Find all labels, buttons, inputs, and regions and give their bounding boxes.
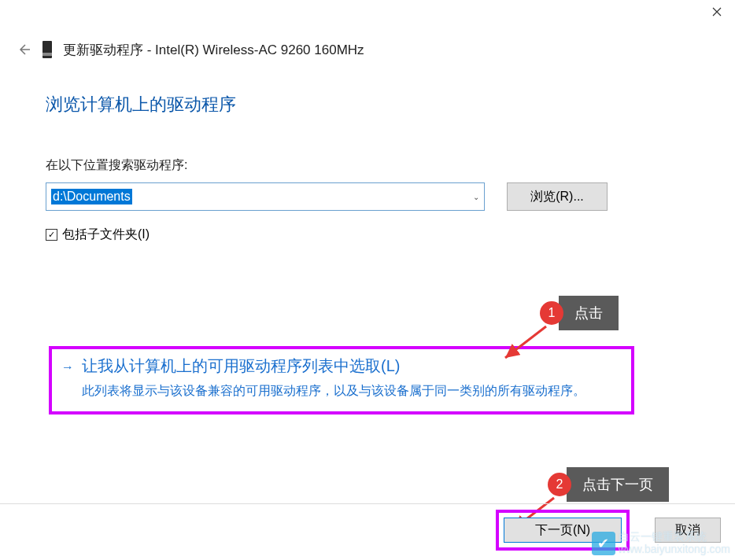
back-arrow-icon bbox=[17, 42, 31, 57]
window-title: 更新驱动程序 - Intel(R) Wireless-AC 9260 160MH… bbox=[63, 41, 364, 59]
chevron-down-icon: ⌄ bbox=[473, 193, 479, 201]
annotation-2-label: 点击下一页 bbox=[567, 467, 669, 502]
checkbox-icon: ✓ bbox=[46, 229, 57, 241]
watermark: ✔ 白云一键重装系统 www.baiyunxitong.com bbox=[592, 531, 730, 555]
device-icon bbox=[42, 41, 52, 58]
include-subfolders-label: 包括子文件夹(I) bbox=[62, 227, 150, 243]
watermark-logo-icon: ✔ bbox=[592, 532, 615, 555]
back-button[interactable] bbox=[16, 42, 31, 57]
annotation-1-arrow-icon bbox=[499, 322, 554, 362]
close-icon bbox=[712, 7, 722, 17]
browse-button[interactable]: 浏览(R)... bbox=[507, 182, 608, 211]
annotation-2: 2 点击下一页 bbox=[548, 467, 669, 502]
close-button[interactable] bbox=[699, 0, 735, 24]
include-subfolders-checkbox[interactable]: ✓ 包括子文件夹(I) bbox=[46, 227, 150, 243]
annotation-1-label: 点击 bbox=[559, 296, 619, 330]
search-location-label: 在以下位置搜索驱动程序: bbox=[46, 157, 187, 174]
annotation-2-badge: 2 bbox=[548, 473, 571, 496]
next-button-label: 下一页(N) bbox=[535, 522, 590, 539]
annotation-1-badge: 1 bbox=[540, 301, 563, 325]
page-heading: 浏览计算机上的驱动程序 bbox=[46, 93, 236, 116]
browse-button-label: 浏览(R)... bbox=[530, 189, 584, 205]
driver-path-value: d:\Documents bbox=[51, 189, 132, 204]
header: 更新驱动程序 - Intel(R) Wireless-AC 9260 160MH… bbox=[16, 38, 719, 61]
watermark-text: 白云一键重装系统 www.baiyunxitong.com bbox=[619, 531, 730, 555]
driver-path-combobox[interactable]: d:\Documents ⌄ bbox=[46, 182, 485, 211]
arrow-right-icon: → bbox=[61, 360, 74, 374]
option-description: 此列表将显示与该设备兼容的可用驱动程序，以及与该设备属于同一类别的所有驱动程序。 bbox=[82, 381, 622, 400]
svg-line-0 bbox=[505, 326, 546, 358]
